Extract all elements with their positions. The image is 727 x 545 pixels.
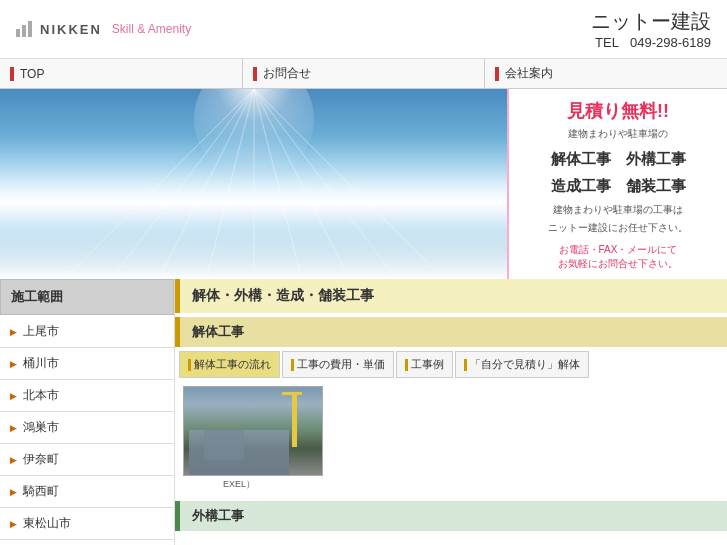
tab-examples[interactable]: 工事例 (396, 351, 453, 378)
hero: 見積り無料!! 建物まわりや駐車場の 解体工事 外構工事 造成工事 舗装工事 建… (0, 89, 727, 279)
tagline: Skill & Amenity (112, 22, 191, 36)
nav-item-top[interactable]: TOP (0, 59, 243, 88)
hero-panel: 見積り無料!! 建物まわりや駐車場の 解体工事 外構工事 造成工事 舗装工事 建… (507, 89, 727, 279)
tab-examples-marker-icon (405, 359, 408, 371)
sidebar-label-2: 北本市 (23, 387, 59, 404)
arrow-icon-6: ▶ (10, 487, 17, 497)
tab-flow[interactable]: 解体工事の流れ (179, 351, 280, 378)
tel-info: TEL 049-298-6189 (591, 35, 711, 50)
arrow-icon: ▶ (10, 327, 17, 337)
photo-area: EXEL） (175, 382, 727, 495)
clouds (0, 199, 507, 279)
sidebar-label-3: 鴻巣市 (23, 419, 59, 436)
sidebar-label-4: 伊奈町 (23, 451, 59, 468)
sidebar: 施工範囲 ▶ 上尾市 ▶ 桶川市 ▶ 北本市 ▶ 鴻巣市 ▶ 伊奈町 ▶ 騎西町… (0, 279, 175, 545)
sidebar-label-5: 騎西町 (23, 483, 59, 500)
construction-photo (183, 386, 323, 476)
hero-sub-text: 建物まわりや駐車場の (521, 127, 715, 141)
nav-company-marker-icon (495, 67, 499, 81)
hero-image (0, 89, 507, 279)
hero-services: 解体工事 外構工事 造成工事 舗装工事 (521, 145, 715, 199)
sidebar-item-kumagaya[interactable]: ▶ 熊谷市 (0, 540, 174, 545)
photo-caption: EXEL） (183, 478, 719, 491)
nav-company-label: 会社案内 (505, 65, 553, 82)
nav-contact-label: お問合せ (263, 65, 311, 82)
hero-desc2: ニットー建設にお任せ下さい。 (521, 221, 715, 235)
arrow-icon-2: ▶ (10, 359, 17, 369)
sidebar-label-0: 上尾市 (23, 323, 59, 340)
nav-item-contact[interactable]: お問合せ (243, 59, 486, 88)
tel-number: 049-298-6189 (630, 35, 711, 50)
tab-marker-icon (188, 359, 191, 371)
sidebar-item-kitamoto[interactable]: ▶ 北本市 (0, 380, 174, 412)
kaitai-header: 解体工事 (175, 317, 727, 347)
gaikou-header: 外構工事 (175, 501, 727, 531)
logo-bars-icon (16, 21, 32, 37)
tab-cost[interactable]: 工事の費用・単価 (282, 351, 394, 378)
tab-estimate[interactable]: 「自分で見積り」解体 (455, 351, 589, 378)
header: NIKKEN Skill & Amenity ニットー建設 TEL 049-29… (0, 0, 727, 59)
header-right: ニットー建設 TEL 049-298-6189 (591, 8, 711, 50)
arrow-icon-5: ▶ (10, 455, 17, 465)
arrow-icon-3: ▶ (10, 391, 17, 401)
content-area: 施工範囲 ▶ 上尾市 ▶ 桶川市 ▶ 北本市 ▶ 鴻巣市 ▶ 伊奈町 ▶ 騎西町… (0, 279, 727, 545)
logo-text: NIKKEN (40, 22, 102, 37)
free-estimate: 見積り無料!! (521, 99, 715, 123)
sidebar-label-6: 東松山市 (23, 515, 71, 532)
tab-cost-marker-icon (291, 359, 294, 371)
nav-marker-icon (10, 67, 14, 81)
sidebar-title: 施工範囲 (0, 279, 174, 315)
company-name: ニットー建設 (591, 8, 711, 35)
tel-label: TEL (595, 35, 618, 50)
sidebar-item-ueo[interactable]: ▶ 上尾市 (0, 316, 174, 348)
tabs-row: 解体工事の流れ 工事の費用・単価 工事例 「自分で見積り」解体 (175, 351, 727, 378)
arrow-icon-7: ▶ (10, 519, 17, 529)
nav: TOP お問合せ 会社案内 (0, 59, 727, 89)
logo-area: NIKKEN (16, 21, 102, 37)
sidebar-item-kisai[interactable]: ▶ 騎西町 (0, 476, 174, 508)
hero-desc1: 建物まわりや駐車場の工事は (521, 203, 715, 217)
main-content: 解体・外構・造成・舗装工事 解体工事 解体工事の流れ 工事の費用・単価 工事例 … (175, 279, 727, 545)
sidebar-item-higashimatsuyama[interactable]: ▶ 東松山市 (0, 508, 174, 540)
section-header: 解体・外構・造成・舗装工事 (175, 279, 727, 313)
header-left: NIKKEN Skill & Amenity (16, 21, 191, 37)
sidebar-item-okegawa[interactable]: ▶ 桶川市 (0, 348, 174, 380)
arrow-icon-4: ▶ (10, 423, 17, 433)
nav-top-label: TOP (20, 67, 44, 81)
sidebar-item-ina[interactable]: ▶ 伊奈町 (0, 444, 174, 476)
tab-estimate-marker-icon (464, 359, 467, 371)
sidebar-item-kounosu[interactable]: ▶ 鴻巣市 (0, 412, 174, 444)
nav-item-company[interactable]: 会社案内 (485, 59, 727, 88)
sidebar-label-1: 桶川市 (23, 355, 59, 372)
hero-contact: お電話・FAX・メールにて お気軽にお問合せ下さい。 (521, 243, 715, 271)
nav-contact-marker-icon (253, 67, 257, 81)
